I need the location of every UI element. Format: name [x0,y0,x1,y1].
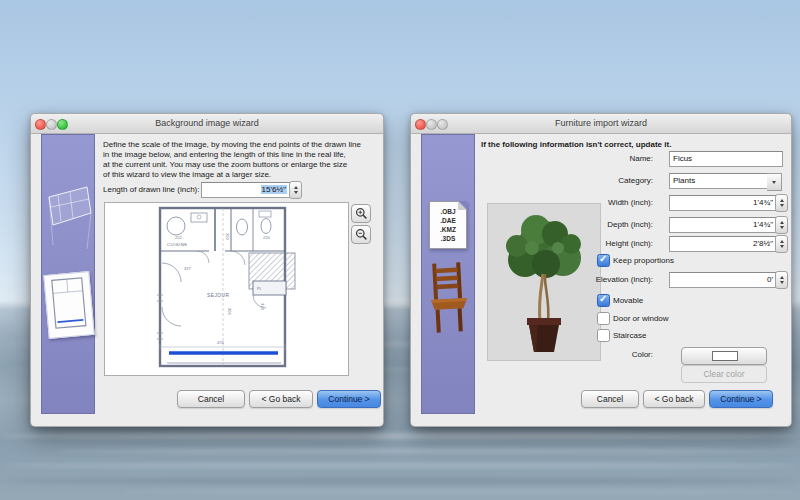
go-back-button[interactable]: < Go back [249,390,313,408]
closet-label: PL [257,287,261,291]
depth-label: Depth (inch): [561,220,653,229]
room-label-cuisine: CUISINE [167,242,188,247]
check-icon: ✓ [599,293,607,304]
category-label: Category: [561,176,653,185]
height-label: Height (inch): [561,239,653,248]
floor-plan-image: CUISINE SEJOUR PL 222 200 220 327 306 31… [105,203,346,373]
width-stepper[interactable] [775,194,788,212]
background-image-wizard-window: Background image wizard [30,113,384,427]
keep-proportions-label: Keep proportions [613,256,674,265]
cancel-button[interactable]: Cancel [177,390,245,408]
file-format-label: .3DS [430,234,466,243]
zoom-in-icon [355,207,368,220]
go-back-button[interactable]: < Go back [643,390,705,408]
length-of-drawn-line-input[interactable]: 15'6½" [201,182,291,198]
door-or-window-label: Door or window [613,314,669,323]
plan-dimension: 200 [225,233,230,240]
wizard-sidebar-illustration [41,134,95,414]
length-of-drawn-line-label: Length of drawn line (inch): [103,185,200,194]
room-label-sejour: SEJOUR [207,293,229,298]
length-stepper[interactable] [289,181,302,199]
title-bar[interactable]: Background image wizard [31,114,383,134]
continue-button[interactable]: Continue > [709,390,773,408]
color-label: Color: [561,350,653,359]
plan-dimension: 306 [227,308,232,315]
name-label: Name: [561,154,653,163]
window-title: Furniture import wizard [411,118,791,128]
height-stepper[interactable] [775,235,788,253]
staircase-label: Staircase [613,331,646,340]
zoom-in-button[interactable] [351,204,371,223]
plan-dimension: 222 [175,235,182,240]
plan-dimension: 220 [263,235,270,240]
continue-button[interactable]: Continue > [317,390,381,408]
category-select[interactable]: Plants [669,173,775,189]
width-input[interactable]: 1'4¾" [669,195,777,211]
desktop-background: Background image wizard [0,0,800,500]
clear-color-button[interactable]: Clear color [681,365,767,383]
instruction-line: Define the scale of the image, by moving… [103,140,379,150]
name-input[interactable]: Ficus [669,151,783,167]
width-label: Width (inch): [561,198,653,207]
category-dropdown-button[interactable] [767,173,782,191]
file-format-label: .DAE [430,216,466,225]
plan-dimension: 327 [184,266,191,271]
zoom-out-button[interactable] [351,225,371,244]
depth-stepper[interactable] [775,216,788,234]
plan-thumbnail [43,271,94,339]
elevation-label: Elevation (inch): [561,275,653,284]
stepper-up-icon[interactable] [294,186,298,189]
model-file-icon: .OBJ .DAE .KMZ .3DS [429,201,467,249]
selected-value: 15'6½" [261,185,287,194]
background-image-viewport[interactable]: CUISINE SEJOUR PL 222 200 220 327 306 31… [104,202,349,376]
staircase-checkbox[interactable] [597,329,610,342]
plan-perspective-icon [42,183,94,253]
wizard-instructions: Define the scale of the image, by moving… [103,140,379,180]
folded-corner [458,201,467,210]
instruction-line: in the image below, and entering the len… [103,150,379,160]
title-bar[interactable]: Furniture import wizard [411,114,791,134]
depth-input[interactable]: 1'4¾" [669,217,777,233]
keep-proportions-checkbox[interactable]: ✓ [597,254,610,267]
wave-streak [60,449,800,453]
door-or-window-checkbox[interactable] [597,312,610,325]
wave-streak [0,433,800,439]
color-swatch [712,351,738,361]
zoom-out-icon [355,228,368,241]
elevation-stepper[interactable] [775,271,788,289]
wave-streak [0,463,800,468]
chair-icon [427,261,471,335]
color-picker-button[interactable] [681,347,767,365]
plan-dimension: 313 [260,303,265,310]
wave-streak [0,478,800,484]
dropdown-arrow-icon [772,181,776,184]
file-format-label: .KMZ [430,225,466,234]
furniture-import-wizard-window: Furniture import wizard .OBJ .DAE .KMZ .… [410,113,792,427]
wizard-sidebar-illustration: .OBJ .DAE .KMZ .3DS [421,134,475,414]
height-input[interactable]: 2'8½" [669,236,777,252]
movable-checkbox[interactable]: ✓ [597,294,610,307]
movable-label: Movable [613,296,643,305]
instruction-line: of this wizard to view the image at a la… [103,170,379,180]
window-title: Background image wizard [31,118,383,128]
plan-dimension: 474 [217,340,224,345]
check-icon: ✓ [599,253,607,264]
elevation-input[interactable]: 0' [669,272,777,288]
wizard-info-text: If the following information isn't corre… [481,140,781,150]
wave-streak [120,490,800,494]
cancel-button[interactable]: Cancel [581,390,639,408]
instruction-line: at the current unit. You may use the zoo… [103,160,379,170]
stepper-down-icon[interactable] [294,191,298,194]
